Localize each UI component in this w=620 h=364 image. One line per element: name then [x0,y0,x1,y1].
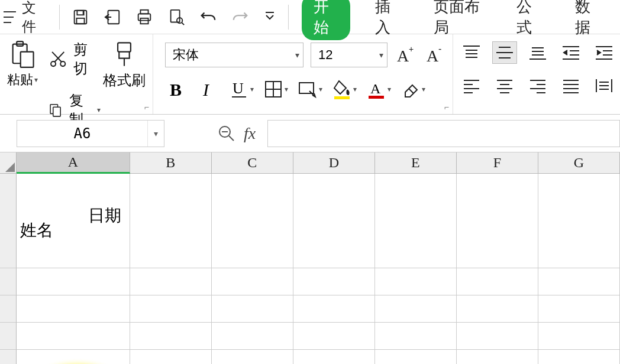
caret-icon: ▾ [97,106,101,114]
bold-button[interactable]: B [165,78,188,100]
cell[interactable] [130,350,212,364]
cell[interactable] [293,174,375,268]
row-header[interactable] [0,350,17,364]
font-size-combo[interactable]: 12▾ [311,43,388,67]
col-header-E[interactable]: E [375,152,457,174]
cell[interactable] [538,174,620,268]
col-header-B[interactable]: B [130,152,212,174]
undo-icon[interactable] [199,8,217,27]
redo-icon[interactable] [231,8,249,27]
svg-rect-34 [299,83,314,93]
divider [288,5,289,30]
cell[interactable] [130,323,212,350]
paste-button[interactable]: 粘贴▾ [5,40,40,89]
cell[interactable] [457,268,538,295]
cell[interactable] [457,174,538,268]
font-name-combo[interactable]: 宋体▾ [165,43,303,67]
formula-input[interactable] [267,120,620,147]
cell[interactable] [17,295,130,323]
cell[interactable] [538,323,620,350]
align-left-icon[interactable] [459,74,484,97]
format-brush-button[interactable]: 格式刷 [103,40,146,90]
group-launcher-icon[interactable]: ⌐ [144,102,149,112]
cell[interactable] [212,295,293,323]
cell-style-button[interactable]: ▾ [298,79,322,99]
formula-bar: A6 ▾ fx [0,115,620,152]
cell[interactable] [17,268,130,295]
cell[interactable] [130,174,212,268]
decrease-font-icon[interactable]: A- [424,44,447,66]
col-header-G[interactable]: G [538,152,620,174]
cell[interactable] [212,323,293,350]
cell[interactable] [375,350,457,364]
qat-dropdown-icon[interactable] [264,11,275,24]
row-header[interactable] [0,174,17,268]
cell[interactable] [293,323,375,350]
cell[interactable] [538,295,620,323]
cell[interactable] [375,174,457,268]
select-all-corner[interactable] [0,152,17,174]
svg-text:-: - [438,45,441,54]
cell[interactable] [457,350,538,364]
cell[interactable] [17,350,130,364]
file-menu[interactable]: 文件 [22,0,45,36]
cell[interactable] [17,323,130,350]
align-right-icon[interactable] [525,74,550,97]
row-header[interactable] [0,323,17,350]
cell[interactable] [538,268,620,295]
cell[interactable] [212,174,293,268]
cell[interactable] [375,323,457,350]
cell[interactable] [212,350,293,364]
tab-data[interactable]: 数据 [575,0,600,38]
align-bottom-icon[interactable] [525,41,550,64]
cell[interactable] [293,268,375,295]
align-top-icon[interactable] [459,41,484,64]
cell[interactable] [457,295,538,323]
save-icon[interactable] [72,8,89,27]
col-header-A[interactable]: A [17,152,130,174]
italic-button[interactable]: I [197,78,219,100]
svg-text:+: + [409,45,414,54]
borders-button[interactable]: ▾ [263,79,288,99]
increase-font-icon[interactable]: A+ [395,44,417,66]
col-header-F[interactable]: F [457,152,538,174]
print-preview-icon[interactable] [167,8,185,27]
name-box[interactable]: A6 ▾ [17,120,164,147]
cell[interactable] [457,323,538,350]
print-icon[interactable] [135,8,153,27]
tab-layout[interactable]: 页面布局 [434,0,484,38]
font-color-button[interactable]: A▾ [366,79,391,99]
cell[interactable] [130,295,212,323]
fill-color-button[interactable]: ▾ [332,79,357,99]
align-center-icon[interactable] [492,74,517,97]
cell[interactable] [212,268,293,295]
tab-insert[interactable]: 插入 [375,0,400,38]
col-header-C[interactable]: C [212,152,293,174]
row-header[interactable] [0,295,17,323]
export-icon[interactable] [104,8,121,27]
row-header[interactable] [0,268,17,295]
cell[interactable] [293,295,375,323]
col-header-D[interactable]: D [293,152,375,174]
caret-icon[interactable]: ▾ [147,121,164,147]
increase-indent-icon[interactable] [592,41,616,64]
underline-button[interactable]: U▾ [229,79,254,99]
align-justify-icon[interactable] [558,74,583,97]
distribute-icon[interactable] [592,74,616,97]
decrease-indent-icon[interactable] [558,41,583,64]
cell[interactable] [375,295,457,323]
cell[interactable] [293,350,375,364]
cell[interactable] [130,268,212,295]
svg-line-38 [409,89,414,93]
tab-formula[interactable]: 公式 [516,0,541,38]
align-middle-icon[interactable] [492,41,517,64]
eraser-button[interactable]: ▾ [401,79,425,99]
cut-button[interactable]: 剪切 [49,40,101,78]
cell[interactable] [538,350,620,364]
group-launcher-icon[interactable]: ⌐ [444,102,449,112]
menu-icon[interactable] [4,11,16,23]
cell-A1[interactable]: 日期 姓名 [17,174,130,268]
zoom-out-icon[interactable] [218,125,235,142]
cell[interactable] [375,268,457,295]
fx-icon[interactable]: fx [244,124,256,143]
